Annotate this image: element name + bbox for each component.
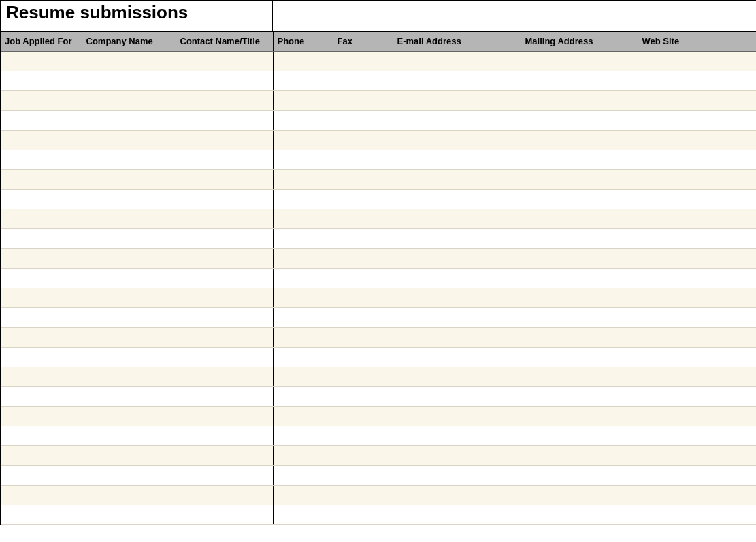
table-cell[interactable] (273, 169, 333, 189)
table-cell[interactable] (1, 465, 82, 485)
table-cell[interactable] (82, 268, 176, 288)
table-cell[interactable] (82, 209, 176, 228)
table-cell[interactable] (521, 150, 638, 169)
table-cell[interactable] (176, 51, 273, 71)
table-cell[interactable] (333, 150, 393, 169)
table-cell[interactable] (638, 347, 756, 367)
table-cell[interactable] (176, 268, 273, 288)
table-cell[interactable] (393, 505, 521, 524)
table-cell[interactable] (333, 426, 393, 445)
table-cell[interactable] (521, 71, 638, 90)
table-cell[interactable] (521, 426, 638, 445)
table-cell[interactable] (176, 189, 273, 209)
table-cell[interactable] (82, 406, 176, 426)
table-cell[interactable] (521, 307, 638, 327)
table-cell[interactable] (638, 268, 756, 288)
table-cell[interactable] (1, 248, 82, 268)
table-cell[interactable] (521, 367, 638, 386)
table-cell[interactable] (333, 406, 393, 426)
table-cell[interactable] (82, 386, 176, 406)
table-cell[interactable] (521, 327, 638, 347)
table-cell[interactable] (393, 485, 521, 505)
table-cell[interactable] (521, 209, 638, 228)
table-cell[interactable] (176, 505, 273, 524)
table-cell[interactable] (638, 288, 756, 307)
table-cell[interactable] (638, 327, 756, 347)
table-cell[interactable] (333, 110, 393, 130)
table-cell[interactable] (1, 406, 82, 426)
table-cell[interactable] (521, 485, 638, 505)
table-cell[interactable] (333, 445, 393, 465)
table-cell[interactable] (273, 505, 333, 524)
table-cell[interactable] (176, 347, 273, 367)
table-cell[interactable] (638, 485, 756, 505)
table-cell[interactable] (393, 130, 521, 150)
table-cell[interactable] (176, 110, 273, 130)
table-cell[interactable] (176, 150, 273, 169)
table-cell[interactable] (521, 288, 638, 307)
table-cell[interactable] (333, 307, 393, 327)
table-cell[interactable] (393, 288, 521, 307)
table-cell[interactable] (82, 426, 176, 445)
table-cell[interactable] (1, 169, 82, 189)
table-cell[interactable] (393, 189, 521, 209)
table-cell[interactable] (176, 90, 273, 110)
table-cell[interactable] (176, 169, 273, 189)
col-header-mailing-address[interactable]: Mailing Address (521, 32, 638, 51)
table-cell[interactable] (273, 445, 333, 465)
table-cell[interactable] (638, 248, 756, 268)
table-cell[interactable] (521, 505, 638, 524)
table-cell[interactable] (521, 248, 638, 268)
table-cell[interactable] (333, 386, 393, 406)
table-cell[interactable] (273, 90, 333, 110)
table-cell[interactable] (176, 209, 273, 228)
table-cell[interactable] (638, 406, 756, 426)
table-cell[interactable] (82, 169, 176, 189)
table-cell[interactable] (176, 367, 273, 386)
table-cell[interactable] (273, 485, 333, 505)
table-cell[interactable] (82, 248, 176, 268)
table-cell[interactable] (393, 90, 521, 110)
table-cell[interactable] (273, 209, 333, 228)
table-cell[interactable] (638, 386, 756, 406)
table-cell[interactable] (273, 367, 333, 386)
table-cell[interactable] (333, 209, 393, 228)
table-cell[interactable] (82, 288, 176, 307)
table-cell[interactable] (176, 71, 273, 90)
table-cell[interactable] (273, 327, 333, 347)
table-cell[interactable] (638, 189, 756, 209)
table-cell[interactable] (176, 130, 273, 150)
table-cell[interactable] (176, 228, 273, 248)
col-header-contact-name-title[interactable]: Contact Name/Title (176, 32, 273, 51)
table-cell[interactable] (1, 228, 82, 248)
table-cell[interactable] (521, 386, 638, 406)
table-cell[interactable] (333, 169, 393, 189)
table-cell[interactable] (82, 189, 176, 209)
table-cell[interactable] (393, 228, 521, 248)
table-cell[interactable] (1, 150, 82, 169)
table-cell[interactable] (273, 228, 333, 248)
col-header-fax[interactable]: Fax (333, 32, 393, 51)
table-cell[interactable] (638, 209, 756, 228)
table-cell[interactable] (1, 209, 82, 228)
table-cell[interactable] (393, 110, 521, 130)
table-cell[interactable] (521, 465, 638, 485)
table-cell[interactable] (638, 465, 756, 485)
table-cell[interactable] (333, 327, 393, 347)
table-cell[interactable] (333, 505, 393, 524)
table-cell[interactable] (393, 347, 521, 367)
table-cell[interactable] (1, 288, 82, 307)
table-cell[interactable] (333, 228, 393, 248)
table-cell[interactable] (273, 71, 333, 90)
table-cell[interactable] (521, 169, 638, 189)
table-cell[interactable] (333, 248, 393, 268)
table-cell[interactable] (82, 327, 176, 347)
table-cell[interactable] (82, 110, 176, 130)
table-cell[interactable] (333, 71, 393, 90)
table-cell[interactable] (393, 367, 521, 386)
table-cell[interactable] (393, 268, 521, 288)
table-cell[interactable] (393, 465, 521, 485)
table-cell[interactable] (393, 169, 521, 189)
table-cell[interactable] (333, 51, 393, 71)
table-cell[interactable] (638, 505, 756, 524)
